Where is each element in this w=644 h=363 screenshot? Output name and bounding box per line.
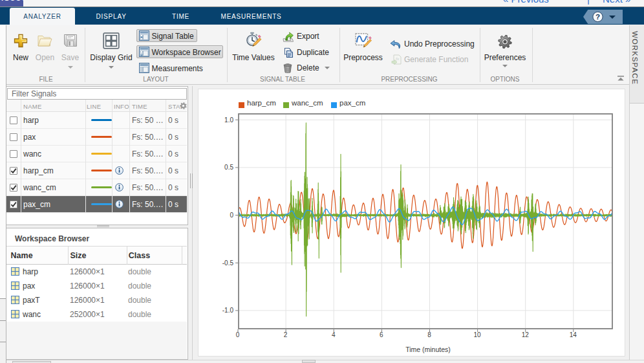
svg-text:?: ? (596, 13, 600, 21)
svg-text:fx: fx (396, 56, 400, 61)
